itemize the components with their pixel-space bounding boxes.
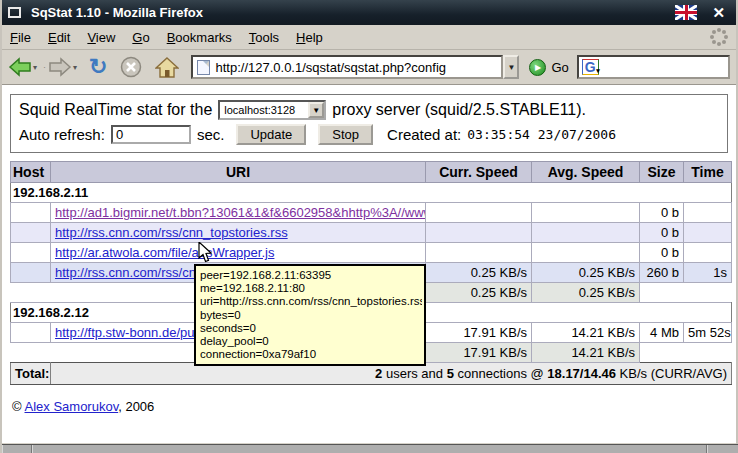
- connection-tooltip: peer=192.168.2.11:63395 me=192.168.2.11:…: [194, 264, 426, 366]
- forward-button[interactable]: ▾: [48, 57, 77, 77]
- url-text[interactable]: http://127.0.0.1/sqstat/sqstat.php?confi…: [215, 60, 499, 75]
- col-header-size: Size: [640, 162, 684, 183]
- table-header-row: Host URI Curr. Speed Avg. Speed Size Tim…: [11, 162, 732, 183]
- size-cell: 0 b: [640, 243, 684, 263]
- tooltip-delay-pool: delay_pool=0: [200, 335, 422, 348]
- back-dropdown-caret-icon[interactable]: ▾: [33, 63, 37, 72]
- avg-speed-cell: [532, 203, 640, 223]
- mouse-cursor-icon: [198, 242, 212, 263]
- sec-label: sec.: [197, 126, 225, 143]
- page-footer: © Alex Samorukov, 2006: [10, 399, 728, 414]
- stop-icon: [120, 56, 142, 78]
- avg-speed-cell: [532, 243, 640, 263]
- subtotal-avg-speed: 14.21 KB/s: [532, 343, 640, 363]
- copyright-symbol: ©: [12, 399, 22, 414]
- resize-grip[interactable]: [707, 445, 738, 453]
- curr-speed-cell: [426, 203, 532, 223]
- avg-speed-cell: 0.25 KB/s: [532, 263, 640, 283]
- stat-header-box: Squid RealTime stat for the localhost:31…: [10, 94, 728, 153]
- reload-icon: ↻: [89, 56, 107, 78]
- window-menu-icon[interactable]: [8, 7, 21, 18]
- curr-speed-cell: [426, 243, 532, 263]
- col-header-host: Host: [11, 162, 51, 183]
- stop-button[interactable]: [120, 56, 142, 78]
- uri-link[interactable]: http://ad1.bigmir.net/t.bbn?13061&1&f&66…: [55, 205, 426, 220]
- menu-go[interactable]: Go: [132, 30, 149, 45]
- home-button[interactable]: [155, 57, 179, 78]
- refresh-seconds-input[interactable]: [111, 125, 191, 144]
- url-bar[interactable]: http://127.0.0.1/sqstat/sqstat.php?confi…: [191, 55, 503, 79]
- tooltip-bytes: bytes=0: [200, 309, 422, 322]
- menu-bar: File Edit View Go Bookmarks Tools Help: [2, 25, 736, 50]
- google-logo-icon[interactable]: G▾: [582, 59, 599, 75]
- tooltip-seconds: seconds=0: [200, 322, 422, 335]
- menu-tools[interactable]: Tools: [249, 30, 279, 45]
- window-title: SqStat 1.10 - Mozilla Firefox: [31, 5, 675, 20]
- host-group-row: 192.168.2.11: [11, 183, 732, 203]
- size-cell: 260 b: [640, 263, 684, 283]
- select-dropdown-icon[interactable]: ▼: [308, 102, 324, 118]
- created-at-value: 03:35:54 23/07/2006: [467, 127, 616, 142]
- menu-view[interactable]: View: [87, 30, 115, 45]
- curr-speed-cell: [426, 223, 532, 243]
- search-input[interactable]: G▾: [577, 55, 730, 79]
- time-cell: [684, 203, 732, 223]
- table-row: http://ad1.bigmir.net/t.bbn?13061&1&f&66…: [11, 203, 732, 223]
- navigation-toolbar: ▾ · ▾ ↻ http://127.0.0.1/sqstat/s: [2, 50, 736, 85]
- size-cell: 0 b: [640, 223, 684, 243]
- subtotal-avg-speed: 0.25 KB/s: [532, 283, 640, 303]
- forward-dropdown-caret-icon[interactable]: ▾: [73, 63, 77, 72]
- time-cell: 5m 52s: [684, 323, 732, 343]
- stop-refresh-button[interactable]: Stop: [318, 124, 373, 145]
- menu-bookmarks[interactable]: Bookmarks: [167, 30, 232, 45]
- tooltip-peer: peer=192.168.2.11:63395: [200, 269, 422, 282]
- stat-title-suffix: proxy server (squid/2.5.STABLE11).: [332, 101, 586, 119]
- table-row: http://ar.atwola.com/file/adsWrapper.js …: [11, 243, 732, 263]
- col-header-uri: URI: [51, 162, 426, 183]
- time-cell: 1s: [684, 263, 732, 283]
- uri-link[interactable]: http://ar.atwola.com/file/adsWrapper.js: [55, 245, 274, 260]
- url-dropdown-button[interactable]: ▼: [503, 55, 519, 79]
- size-cell: 4 Mb: [640, 323, 684, 343]
- go-icon: ▶: [529, 59, 546, 76]
- reload-button[interactable]: ↻: [89, 56, 107, 78]
- menu-help[interactable]: Help: [296, 30, 323, 45]
- update-button[interactable]: Update: [236, 124, 306, 145]
- tooltip-connection: connection=0xa79af10: [200, 348, 422, 361]
- table-row: http://rss.cnn.com/rss/cnn_topstories.rs…: [11, 223, 732, 243]
- auto-refresh-label: Auto refresh:: [19, 126, 105, 143]
- proxy-server-select[interactable]: localhost:3128 ▼: [218, 100, 326, 120]
- title-bar[interactable]: SqStat 1.10 - Mozilla Firefox ✕: [2, 0, 736, 25]
- home-icon: [155, 57, 179, 78]
- author-link[interactable]: Alex Samorukov: [25, 399, 119, 414]
- size-cell: 0 b: [640, 203, 684, 223]
- stat-title-prefix: Squid RealTime stat for the: [19, 101, 212, 119]
- col-header-time: Time: [684, 162, 732, 183]
- avg-speed-cell: [532, 223, 640, 243]
- time-cell: [684, 243, 732, 263]
- back-button[interactable]: ▾: [8, 57, 37, 77]
- curr-speed-cell: 0.25 KB/s: [426, 263, 532, 283]
- subtotal-curr-speed: 17.91 KB/s: [426, 343, 532, 363]
- host-address: 192.168.2.11: [11, 183, 732, 203]
- col-header-avg-speed: Avg. Speed: [532, 162, 640, 183]
- curr-speed-cell: 17.91 KB/s: [426, 323, 532, 343]
- total-label: Total:: [11, 363, 51, 385]
- col-header-curr-speed: Curr. Speed: [426, 162, 532, 183]
- forward-arrow-icon: [48, 57, 72, 77]
- avg-speed-cell: 14.21 KB/s: [532, 323, 640, 343]
- menu-edit[interactable]: Edit: [48, 30, 70, 45]
- menu-file[interactable]: File: [10, 30, 31, 45]
- tooltip-uri: uri=http://rss.cnn.com/rss/cnn_topstorie…: [200, 295, 422, 308]
- subtotal-curr-speed: 0.25 KB/s: [426, 283, 532, 303]
- tooltip-me: me=192.168.2.11:80: [200, 282, 422, 295]
- uri-link[interactable]: http://ftp.stw-bonn.de/pub: [55, 325, 202, 340]
- time-cell: [684, 223, 732, 243]
- go-button[interactable]: ▶ Go: [529, 59, 568, 76]
- status-bar: [2, 444, 738, 453]
- keyboard-layout-flag-icon[interactable]: [675, 5, 697, 20]
- close-window-button[interactable]: ✕: [707, 4, 730, 22]
- uri-link[interactable]: http://rss.cnn.com/rss/cnn_topstories.rs…: [55, 225, 288, 240]
- browser-window: SqStat 1.10 - Mozilla Firefox ✕ File Edi…: [0, 0, 738, 453]
- created-at-label: Created at:: [387, 126, 461, 143]
